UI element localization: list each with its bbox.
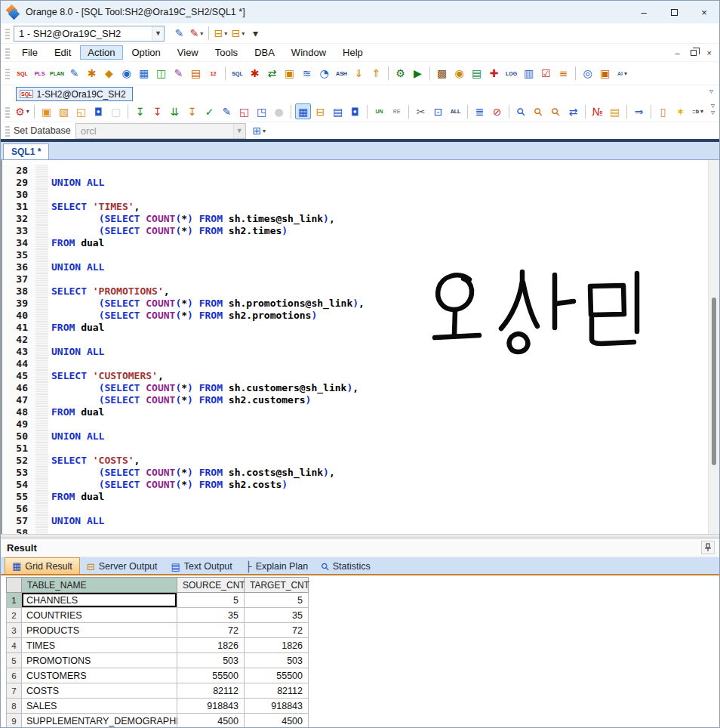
script-tool-icon[interactable]: ✎ <box>171 66 186 82</box>
cell-table-name[interactable]: CHANNELS <box>22 593 177 608</box>
cell-source-cnt[interactable]: 82112 <box>177 683 245 699</box>
save-file-icon[interactable]: ◘ <box>91 103 106 119</box>
code-line[interactable]: 53 (SELECT COUNT(*) FROM sh.costs@sh_lin… <box>2 467 719 479</box>
execute-all-icon[interactable]: ⇊ <box>167 103 183 119</box>
code-line[interactable]: 43UNION ALL <box>2 346 719 358</box>
code-line[interactable]: 29UNION ALL <box>2 177 719 189</box>
line-numbers-icon[interactable]: № <box>589 103 605 119</box>
tab-statistics[interactable]: ⚲Statistics <box>315 559 377 574</box>
health-check-icon[interactable]: ✚ <box>486 66 502 82</box>
cut-icon[interactable]: ✂ <box>413 103 429 119</box>
minimize-button[interactable]: – <box>629 2 659 23</box>
database-info-icon[interactable]: ◉ <box>118 66 134 82</box>
paste-all-icon[interactable]: ALL <box>448 103 463 119</box>
new-tab-icon[interactable]: ▧ <box>56 103 72 119</box>
plan-check-icon[interactable]: ☑ <box>538 66 554 82</box>
set-database-refresh-icon[interactable]: ⊞▾ <box>251 123 267 139</box>
code-line[interactable]: 47 (SELECT COUNT(*) FROM sh2.customers) <box>2 394 719 406</box>
execute-script-icon[interactable]: ↧ <box>132 103 148 119</box>
script-runner-icon[interactable]: ▶ <box>410 66 426 82</box>
replace-icon[interactable]: ⇄ <box>565 103 581 119</box>
cell-source-cnt[interactable]: 72 <box>177 623 245 638</box>
cell-source-cnt[interactable]: 503 <box>177 653 245 668</box>
cell-target-cnt[interactable]: 503 <box>245 653 309 668</box>
toolbar-grip[interactable] <box>5 47 10 59</box>
execute-edit-icon[interactable]: ✎ <box>219 103 235 119</box>
code-line[interactable]: 41FROM dual <box>2 322 719 334</box>
code-line[interactable]: 28 <box>2 165 719 177</box>
cell-source-cnt[interactable]: 1826 <box>177 638 245 653</box>
code-line[interactable]: 49 <box>2 418 719 430</box>
tab-explain-plan[interactable]: ├Explain Plan <box>239 559 315 574</box>
object-browser-icon[interactable]: ◫ <box>153 66 169 82</box>
pin-button[interactable] <box>701 541 715 554</box>
cell-source-cnt[interactable]: 35 <box>177 608 245 623</box>
editor-scrollbar[interactable] <box>708 160 719 534</box>
code-line[interactable]: 39 (SELECT COUNT(*) FROM sh.promotions@s… <box>2 298 719 310</box>
code-line[interactable]: 34FROM dual <box>2 237 719 249</box>
tab-text-output[interactable]: ▤Text Output <box>165 559 239 574</box>
cell-target-cnt[interactable]: 72 <box>245 623 309 638</box>
settings-gear-icon[interactable]: ⚙▾ <box>14 103 30 119</box>
cell-target-cnt[interactable]: 4500 <box>245 714 309 728</box>
row-number[interactable]: 5 <box>6 653 22 668</box>
user-lock-icon[interactable]: ◉ <box>451 66 467 82</box>
code-line[interactable]: 32 (SELECT COUNT(*) FROM sh.times@sh_lin… <box>2 213 719 225</box>
ash-viewer-icon[interactable]: ASH <box>334 66 349 82</box>
cell-target-cnt[interactable]: 918843 <box>245 699 309 714</box>
sql-monitor-icon[interactable]: SQL <box>229 66 245 82</box>
save-run-icon[interactable]: ◳ <box>254 103 269 119</box>
table-row[interactable]: 1CHANNELS55 <box>6 593 719 608</box>
indent-icon[interactable]: ⇒ <box>631 103 647 119</box>
find-prev-icon[interactable]: ⚲ <box>548 103 564 119</box>
preview-tool-icon[interactable]: ◎ <box>580 66 595 82</box>
window-tool-icon[interactable]: ▣ <box>597 66 613 82</box>
code-line[interactable]: 38SELECT 'PROMOTIONS', <box>2 285 719 298</box>
find-icon[interactable]: ⚲ <box>513 103 529 119</box>
menu-action[interactable]: Action <box>80 45 122 60</box>
db-rollback-icon-dropdown[interactable]: ▾ <box>242 30 245 37</box>
find-next-icon[interactable]: ⚲ <box>531 103 546 119</box>
ai-assistant-icon-dropdown[interactable]: ▾ <box>624 70 627 77</box>
table-row[interactable]: 5PROMOTIONS503503 <box>6 653 719 668</box>
column-header-source-cnt[interactable]: SOURCE_CNT <box>177 577 245 593</box>
disconnect-pen-icon-dropdown[interactable]: ▾ <box>200 30 203 37</box>
bar-report-icon[interactable]: ≡ <box>555 66 571 82</box>
db-rollback-icon[interactable]: ⊟▾ <box>230 26 246 42</box>
code-line[interactable]: 33 (SELECT COUNT(*) FROM sh2.times) <box>2 225 719 237</box>
session-browser-icon[interactable]: ≋ <box>299 66 315 82</box>
chart-monitor-icon[interactable]: ▥ <box>521 66 537 82</box>
code-line[interactable]: 45SELECT 'CUSTOMERS', <box>2 370 719 382</box>
chevron-down-icon[interactable]: ▼ <box>152 26 164 41</box>
cell-target-cnt[interactable]: 82112 <box>245 683 309 699</box>
code-line[interactable]: 52SELECT 'COSTS', <box>2 455 719 467</box>
mdi-close-button[interactable]: × <box>707 48 712 57</box>
job-config-icon[interactable]: ✱ <box>247 66 263 82</box>
db-commit-icon[interactable]: ⊟▾ <box>213 26 229 42</box>
column-header-table-name[interactable]: TABLE_NAME <box>22 577 177 593</box>
redo-icon[interactable]: RE <box>389 103 405 119</box>
execute-current-icon[interactable]: ↧ <box>149 103 165 119</box>
menu-view[interactable]: View <box>170 45 206 60</box>
tab-server-output[interactable]: ⊟Server Output <box>80 559 165 574</box>
scrollbar-thumb[interactable] <box>712 298 716 465</box>
row-number[interactable]: 8 <box>6 699 22 714</box>
cell-table-name[interactable]: CUSTOMERS <box>22 668 177 683</box>
row-number[interactable]: 2 <box>6 608 22 623</box>
row-number[interactable]: 6 <box>6 668 22 683</box>
cell-table-name[interactable]: PROMOTIONS <box>22 653 177 668</box>
lock-manager-icon[interactable]: ▣ <box>282 66 297 82</box>
output-spool-icon[interactable]: ⊟ <box>312 103 328 119</box>
sql-editor-icon[interactable]: SQL <box>14 66 30 82</box>
code-line[interactable]: 31SELECT 'TIMES', <box>2 201 719 213</box>
data-modeler-icon[interactable]: ◆ <box>101 66 117 82</box>
copy-icon[interactable]: ⊡ <box>430 103 446 119</box>
cell-target-cnt[interactable]: 35 <box>245 608 309 623</box>
cell-table-name[interactable]: SALES <box>22 699 177 714</box>
set-database-refresh-icon-dropdown[interactable]: ▾ <box>263 128 266 134</box>
code-line[interactable]: 48FROM dual <box>2 406 719 418</box>
db-commit-icon-dropdown[interactable]: ▾ <box>224 30 227 37</box>
data-export-icon[interactable]: ⇑ <box>368 66 384 82</box>
cell-target-cnt[interactable]: 1826 <box>245 638 309 653</box>
code-line[interactable]: 56 <box>2 503 719 515</box>
